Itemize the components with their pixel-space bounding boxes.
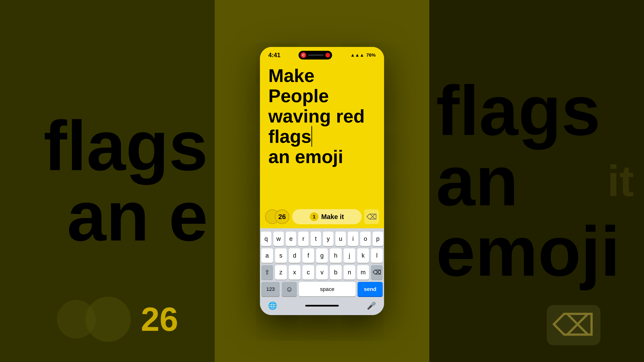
signal-icon: ▲▲▲ <box>350 52 364 58</box>
keyboard-row-3: ⇧ z x c v b n m ⌫ <box>261 265 383 280</box>
key-m[interactable]: m <box>357 265 369 280</box>
coin-count: 26 <box>278 213 286 221</box>
key-e[interactable]: e <box>286 232 296 246</box>
di-bar <box>308 54 324 56</box>
key-k[interactable]: k <box>357 248 369 263</box>
key-v[interactable]: v <box>316 265 328 280</box>
bg-bottom-left-decor: 26 <box>57 297 178 342</box>
mic-icon[interactable]: 🎤 <box>367 301 376 310</box>
keyboard-bottom-row: 123 ☺ space send <box>261 282 383 296</box>
key-space[interactable]: space <box>299 282 356 296</box>
bg-right-make-it: it <box>607 156 634 206</box>
key-h[interactable]: h <box>330 248 342 263</box>
globe-icon[interactable]: 🌐 <box>268 301 277 310</box>
key-t[interactable]: t <box>310 232 321 246</box>
key-u[interactable]: u <box>336 232 346 246</box>
make-it-label: Make it <box>321 213 344 221</box>
keyboard-row-2: a s d f g h j k l <box>261 248 383 263</box>
action-bar: 26 1 Make it ⌫ <box>260 206 384 228</box>
key-d[interactable]: d <box>289 248 300 263</box>
key-o[interactable]: o <box>360 232 371 246</box>
coin-2: 26 <box>275 209 290 224</box>
status-time: 4:41 <box>268 52 280 59</box>
backspace-icon: ⌫ <box>366 213 377 221</box>
phone-container: 4:41 C ▲▲▲ 76% Make People waving red fl… <box>260 47 384 315</box>
di-letter: C <box>300 52 306 58</box>
key-p[interactable]: p <box>373 232 383 246</box>
key-shift[interactable]: ⇧ <box>261 265 273 280</box>
text-line-make: Make <box>268 65 376 86</box>
key-backspace[interactable]: ⌫ <box>371 265 383 280</box>
bg-bottom-right-decor: ⌫ <box>547 305 600 345</box>
key-n[interactable]: n <box>344 265 355 280</box>
key-x[interactable]: x <box>289 265 300 280</box>
key-s[interactable]: s <box>275 248 287 263</box>
bg-backspace-icon: ⌫ <box>552 308 595 343</box>
key-q[interactable]: q <box>261 232 271 246</box>
backspace-button[interactable]: ⌫ <box>364 209 379 224</box>
battery-level: 76% <box>366 52 376 58</box>
dynamic-island: C <box>298 51 332 59</box>
coin-stack: 26 <box>265 209 290 224</box>
di-record-dot <box>325 53 330 57</box>
key-i[interactable]: i <box>348 232 358 246</box>
key-c[interactable]: c <box>302 265 314 280</box>
key-y[interactable]: y <box>323 232 334 246</box>
keyboard-row-1: q w e r t y u i o p <box>261 232 383 246</box>
keyboard: q w e r t y u i o p a s d f g h j k l ⇧ … <box>260 228 384 315</box>
bg-number: 26 <box>141 300 178 339</box>
home-bar <box>305 305 339 307</box>
key-123[interactable]: 123 <box>261 282 280 296</box>
text-line-emoji: an emoji <box>268 146 376 167</box>
text-cursor <box>312 126 312 147</box>
app-content: Make People waving red flags an emoji <box>260 60 384 206</box>
keyboard-bottom: 🌐 🎤 <box>261 299 383 315</box>
key-z[interactable]: z <box>275 265 287 280</box>
text-line-waving-red: waving red <box>268 106 376 126</box>
key-b[interactable]: b <box>330 265 342 280</box>
make-it-button[interactable]: 1 Make it <box>292 209 362 224</box>
make-it-badge: 1 <box>310 212 318 221</box>
text-line-flags: flags <box>268 126 376 146</box>
key-r[interactable]: r <box>298 232 308 246</box>
key-g[interactable]: g <box>316 248 328 263</box>
key-a[interactable]: a <box>261 248 273 263</box>
main-text: Make People waving red flags an emoji <box>268 65 376 203</box>
bg-backspace-shape: ⌫ <box>547 305 600 345</box>
key-emoji[interactable]: ☺ <box>282 282 297 296</box>
status-bar: 4:41 C ▲▲▲ 76% <box>260 47 384 60</box>
key-send[interactable]: send <box>358 282 383 296</box>
bg-left-text: flags an e <box>44 111 208 251</box>
key-f[interactable]: f <box>302 248 314 263</box>
key-w[interactable]: w <box>273 232 284 246</box>
text-line-people: People <box>268 86 376 106</box>
status-right: ▲▲▲ 76% <box>350 52 376 58</box>
key-j[interactable]: j <box>344 248 355 263</box>
key-l[interactable]: l <box>371 248 383 263</box>
